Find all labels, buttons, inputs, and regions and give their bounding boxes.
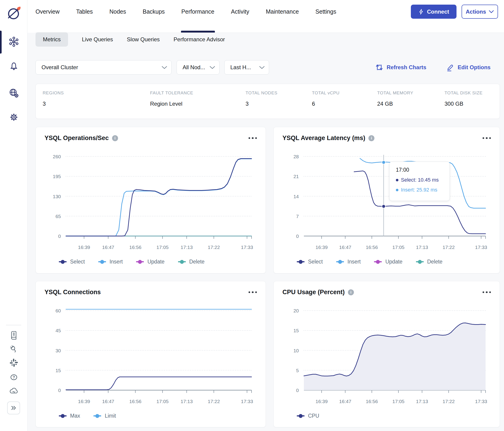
sidebar-item-settings[interactable]	[0, 112, 27, 123]
legend-item-delete[interactable]: Delete	[178, 259, 205, 265]
lightning-bolt-icon	[418, 9, 424, 15]
tab-backups[interactable]: Backups	[143, 0, 165, 33]
sidebar-item-clusters[interactable]	[0, 36, 27, 47]
subtab-live-queries[interactable]: Live Queries	[82, 36, 113, 43]
sidebar-item-cloud[interactable]	[0, 386, 27, 396]
sidebar-item-integrations[interactable]	[0, 344, 27, 354]
tab-overview[interactable]: Overview	[36, 0, 60, 33]
svg-text:17:13: 17:13	[180, 245, 193, 250]
svg-text:16:39: 16:39	[78, 245, 90, 250]
legend-item-insert[interactable]: Insert	[98, 259, 123, 265]
legend-item-max[interactable]: Max	[59, 413, 80, 419]
chevron-down-icon	[210, 66, 215, 69]
sidebar-item-slack[interactable]	[0, 358, 27, 368]
tab-activity[interactable]: Activity	[231, 0, 249, 33]
refresh-icon	[375, 63, 383, 72]
chart-legend: CPU	[297, 413, 319, 419]
time-range-select[interactable]: Last H...	[224, 60, 269, 74]
sidebar-divider	[6, 325, 21, 325]
chart-menu-button[interactable]	[483, 291, 491, 293]
legend-item-select[interactable]: Select	[297, 259, 323, 265]
svg-text:16:39: 16:39	[78, 399, 90, 404]
refresh-charts-link[interactable]: Refresh Charts	[375, 63, 426, 72]
tooltip-time: 17:00	[396, 167, 445, 173]
chart-legend: SelectInsertUpdateDelete	[297, 259, 442, 265]
connect-button-label: Connect	[427, 9, 449, 15]
svg-text:17:33: 17:33	[475, 245, 487, 250]
svg-text:16:47: 16:47	[339, 399, 351, 404]
tab-performance[interactable]: Performance	[181, 0, 215, 33]
svg-text:17:33: 17:33	[241, 399, 253, 404]
chart-legend: SelectInsertUpdateDelete	[59, 259, 205, 265]
svg-text:14: 14	[294, 194, 299, 199]
globe-gear-icon	[8, 87, 20, 99]
svg-text:16:39: 16:39	[316, 399, 328, 404]
tooltip-row: Insert: 25.92 ms	[396, 187, 445, 193]
legend-label: Insert	[109, 259, 123, 265]
cloud-icon	[9, 386, 19, 396]
legend-item-cpu[interactable]: CPU	[297, 413, 319, 419]
legend-item-update[interactable]: Update	[136, 259, 164, 265]
collapse-sidebar-button[interactable]	[7, 402, 20, 414]
tab-tables[interactable]: Tables	[76, 0, 93, 33]
actions-button[interactable]: Actions	[462, 5, 498, 19]
svg-text:16:56: 16:56	[129, 245, 142, 250]
help-icon: ?	[9, 372, 19, 383]
chart-menu-button[interactable]	[249, 137, 257, 139]
chevron-down-icon	[162, 66, 167, 69]
chevron-down-icon	[259, 66, 265, 69]
sidebar-item-alerts[interactable]	[0, 61, 27, 72]
svg-text:10: 10	[294, 348, 299, 353]
info-icon[interactable]: i	[348, 289, 354, 295]
sidebar-item-help[interactable]: ?	[0, 372, 27, 383]
legend-label: Update	[147, 259, 164, 265]
svg-text:17:05: 17:05	[157, 399, 169, 404]
sidebar-item-docs[interactable]	[0, 330, 27, 340]
subtab-slow-queries[interactable]: Slow Queries	[127, 36, 160, 43]
yugabyte-logo[interactable]	[0, 6, 27, 21]
nodes-select-value: All Nod...	[183, 64, 205, 71]
sidebar-item-network[interactable]	[0, 87, 27, 99]
plug-icon	[9, 344, 19, 354]
legend-item-insert[interactable]: Insert	[336, 259, 361, 265]
tab-maintenance[interactable]: Maintenance	[266, 0, 299, 33]
svg-text:30: 30	[55, 348, 61, 353]
svg-text:260: 260	[53, 154, 61, 159]
svg-text:0: 0	[296, 388, 299, 393]
legend-item-limit[interactable]: Limit	[93, 413, 116, 419]
svg-text:17:22: 17:22	[443, 399, 455, 404]
double-chevron-right-icon	[10, 404, 17, 411]
svg-text:28: 28	[294, 154, 299, 159]
tab-settings[interactable]: Settings	[315, 0, 336, 33]
legend-item-delete[interactable]: Delete	[416, 259, 442, 265]
stat-total-nodes: TOTAL NODES3	[245, 91, 277, 107]
info-icon[interactable]: i	[369, 135, 374, 141]
svg-text:16:56: 16:56	[366, 399, 378, 404]
svg-text:45: 45	[55, 328, 61, 333]
chart-menu-button[interactable]	[249, 291, 257, 293]
cpu-usage-chart[interactable]: 0510152016:3916:4716:5617:0517:1317:2217…	[274, 304, 500, 406]
legend-label: Update	[385, 259, 402, 265]
stat-total-memory: TOTAL MEMORY24 GB	[377, 91, 413, 107]
info-icon[interactable]: i	[112, 135, 118, 141]
legend-label: CPU	[308, 413, 319, 419]
chart-menu-button[interactable]	[483, 137, 491, 139]
ysql-connections-chart[interactable]: 01530456016:3916:4716:5617:0517:1317:221…	[36, 304, 266, 406]
nodes-select[interactable]: All Nod...	[177, 60, 219, 74]
svg-text:16:56: 16:56	[366, 245, 378, 250]
cluster-select[interactable]: Overall Cluster	[36, 60, 171, 74]
svg-text:17:13: 17:13	[180, 399, 193, 404]
tab-nodes[interactable]: Nodes	[109, 0, 126, 33]
legend-item-update[interactable]: Update	[374, 259, 402, 265]
ysql-latency-chart[interactable]: 0714212816:3916:4716:5617:0517:1317:2217…	[274, 150, 500, 252]
svg-text:60: 60	[55, 308, 61, 313]
ysql-operations-chart[interactable]: 06513019526016:3916:4716:5617:0517:1317:…	[36, 150, 266, 252]
legend-label: Delete	[189, 259, 205, 265]
connect-button[interactable]: Connect	[411, 5, 457, 19]
subtab-metrics[interactable]: Metrics	[36, 32, 68, 47]
edit-options-link[interactable]: Edit Options	[446, 63, 491, 72]
svg-text:?: ?	[13, 375, 15, 379]
subtab-performance-advisor[interactable]: Performance Advisor	[174, 36, 225, 43]
legend-item-select[interactable]: Select	[59, 259, 85, 265]
sidebar: ?	[0, 0, 27, 431]
